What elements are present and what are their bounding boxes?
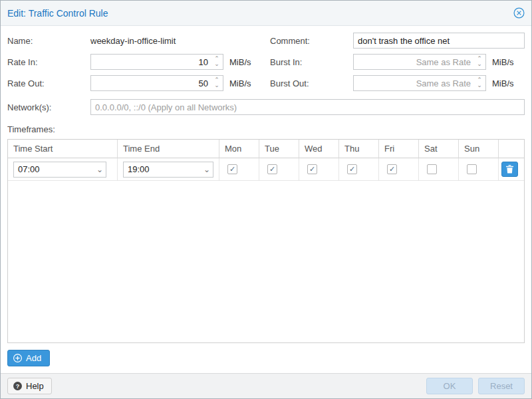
name-value: weekday-in-office-limit	[90, 36, 176, 46]
help-button[interactable]: ? Help	[7, 378, 52, 394]
timeframes-grid: Time Start Time End Mon Tue Wed Thu Fri …	[7, 139, 525, 343]
dialog-header: Edit: Traffic Control Rule	[1, 1, 531, 26]
burst-out-label: Burst Out:	[270, 78, 353, 88]
rate-out-field: Rate Out: ⌃ ⌄ MiB/s	[7, 75, 270, 91]
add-button[interactable]: Add	[7, 350, 50, 366]
spinner-down-icon[interactable]: ⌄	[477, 62, 482, 67]
comment-input-wrap	[353, 33, 525, 49]
burst-out-unit: MiB/s	[492, 78, 514, 88]
edit-traffic-control-rule-dialog: Edit: Traffic Control Rule Name: weekday…	[0, 0, 532, 399]
chevron-down-icon[interactable]: ⌄	[201, 162, 213, 177]
thu-checkbox-cell: ✓	[339, 158, 379, 180]
burst-out-field: Burst Out: ⌃ ⌄ MiB/s	[270, 75, 525, 91]
dialog-title: Edit: Traffic Control Rule	[7, 8, 108, 19]
chevron-down-icon[interactable]: ⌄	[94, 162, 106, 177]
column-header-sat[interactable]: Sat	[419, 140, 459, 158]
burst-in-field: Burst In: ⌃ ⌄ MiB/s	[270, 54, 525, 70]
burst-in-input[interactable]	[353, 54, 486, 70]
form-row-1: Name: weekday-in-office-limit Comment:	[7, 33, 525, 49]
thu-checkbox[interactable]: ✓	[347, 164, 357, 174]
column-header-actions	[499, 140, 524, 158]
rate-out-input[interactable]	[90, 75, 223, 91]
burst-out-input-wrap: ⌃ ⌄	[353, 75, 486, 91]
burst-in-label: Burst In:	[270, 57, 353, 67]
burst-out-spinner[interactable]: ⌃ ⌄	[474, 76, 485, 90]
close-icon[interactable]	[513, 7, 525, 19]
trash-icon	[506, 165, 513, 174]
rate-in-input[interactable]	[90, 54, 223, 70]
column-header-sun[interactable]: Sun	[459, 140, 499, 158]
rate-in-unit: MiB/s	[229, 57, 251, 67]
wed-checkbox-cell: ✓	[299, 158, 339, 180]
column-header-fri[interactable]: Fri	[379, 140, 419, 158]
ok-button[interactable]: OK	[426, 378, 473, 394]
sun-checkbox[interactable]	[467, 164, 477, 174]
rate-in-field: Rate In: ⌃ ⌄ MiB/s	[7, 54, 270, 70]
time-start-value: 07:00	[14, 164, 94, 174]
sat-checkbox[interactable]	[427, 164, 437, 174]
question-icon: ?	[13, 382, 22, 390]
timeframes-label: Timeframes:	[7, 124, 525, 134]
reset-button[interactable]: Reset	[478, 378, 525, 394]
dialog-body: Name: weekday-in-office-limit Comment: R…	[1, 26, 531, 373]
time-end-cell: 19:00 ⌄	[118, 158, 219, 180]
tue-checkbox-cell: ✓	[259, 158, 299, 180]
column-header-thu[interactable]: Thu	[339, 140, 379, 158]
name-field: Name: weekday-in-office-limit	[7, 33, 270, 49]
burst-in-spinner[interactable]: ⌃ ⌄	[474, 55, 485, 69]
tue-checkbox[interactable]: ✓	[267, 164, 277, 174]
rate-out-unit: MiB/s	[229, 78, 251, 88]
rate-in-label: Rate In:	[7, 57, 90, 67]
sun-checkbox-cell	[459, 158, 499, 180]
rate-out-input-wrap: ⌃ ⌄	[90, 75, 223, 91]
time-end-value: 19:00	[124, 164, 201, 174]
spinner-down-icon[interactable]: ⌄	[477, 83, 482, 88]
mon-checkbox[interactable]: ✓	[227, 164, 237, 174]
column-header-tue[interactable]: Tue	[259, 140, 299, 158]
rate-out-spinner[interactable]: ⌃ ⌄	[211, 76, 222, 90]
grid-header: Time Start Time End Mon Tue Wed Thu Fri …	[8, 140, 524, 158]
sat-checkbox-cell	[419, 158, 459, 180]
networks-label: Network(s):	[7, 102, 90, 112]
rate-out-label: Rate Out:	[7, 78, 90, 88]
delete-cell	[499, 158, 524, 180]
rate-in-input-wrap: ⌃ ⌄	[90, 54, 223, 70]
burst-in-input-wrap: ⌃ ⌄	[353, 54, 486, 70]
help-button-label: Help	[26, 381, 44, 391]
fri-checkbox[interactable]: ✓	[387, 164, 397, 174]
column-header-wed[interactable]: Wed	[299, 140, 339, 158]
burst-in-unit: MiB/s	[492, 57, 514, 67]
fri-checkbox-cell: ✓	[379, 158, 419, 180]
column-header-time-start[interactable]: Time Start	[8, 140, 118, 158]
wed-checkbox[interactable]: ✓	[307, 164, 317, 174]
column-header-time-end[interactable]: Time End	[118, 140, 219, 158]
name-label: Name:	[7, 36, 90, 46]
form-row-3: Rate Out: ⌃ ⌄ MiB/s Burst Out: ⌃ ⌄	[7, 75, 525, 91]
comment-label: Comment:	[270, 36, 353, 46]
grid-empty-area	[8, 181, 524, 342]
plus-circle-icon	[13, 354, 22, 362]
comment-input[interactable]	[353, 33, 525, 49]
dialog-footer: ? Help OK Reset	[1, 373, 531, 398]
add-row: Add	[7, 350, 525, 366]
table-row: 07:00 ⌄ 19:00 ⌄ ✓ ✓ ✓	[8, 158, 524, 181]
networks-input-wrap	[90, 99, 525, 115]
time-end-combo[interactable]: 19:00 ⌄	[123, 162, 213, 178]
column-header-mon[interactable]: Mon	[219, 140, 259, 158]
time-start-combo[interactable]: 07:00 ⌄	[13, 162, 106, 178]
rate-in-spinner[interactable]: ⌃ ⌄	[211, 55, 222, 69]
networks-input[interactable]	[90, 99, 525, 115]
burst-out-input[interactable]	[353, 75, 486, 91]
spinner-down-icon[interactable]: ⌄	[214, 62, 219, 67]
networks-field: Network(s):	[7, 99, 525, 115]
add-button-label: Add	[26, 353, 41, 363]
delete-row-button[interactable]	[501, 162, 518, 177]
form-row-2: Rate In: ⌃ ⌄ MiB/s Burst In: ⌃ ⌄	[7, 54, 525, 70]
comment-field: Comment:	[270, 33, 525, 49]
time-start-cell: 07:00 ⌄	[8, 158, 118, 180]
form-row-4: Network(s):	[7, 99, 525, 115]
spinner-down-icon[interactable]: ⌄	[214, 83, 219, 88]
mon-checkbox-cell: ✓	[219, 158, 259, 180]
